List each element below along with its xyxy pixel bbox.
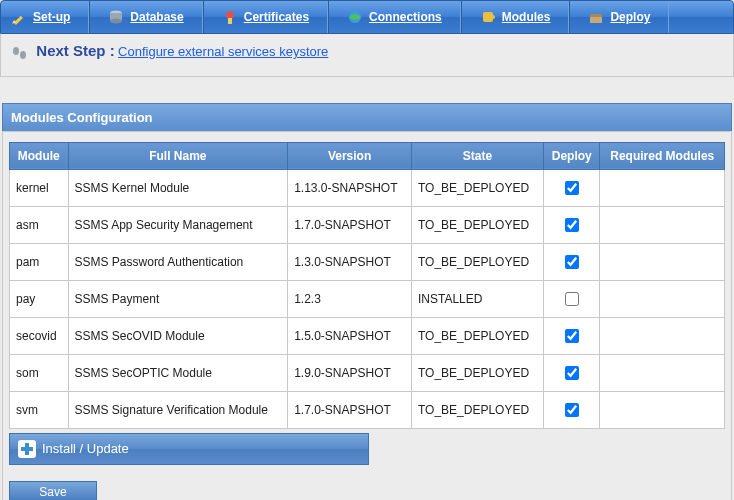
cell-version: 1.2.3 bbox=[288, 280, 412, 317]
cell-fullname: SSMS Kernel Module bbox=[68, 169, 288, 206]
cell-fullname: SSMS Payment bbox=[68, 280, 288, 317]
cell-required bbox=[600, 280, 725, 317]
install-update-button[interactable]: Install / Update bbox=[9, 433, 369, 465]
deploy-checkbox[interactable] bbox=[565, 403, 579, 417]
table-row: paySSMS Payment1.2.3INSTALLED bbox=[10, 280, 725, 317]
nav-modules-label: Modules bbox=[502, 10, 551, 24]
cell-deploy bbox=[544, 280, 600, 317]
cell-state: TO_BE_DEPLOYED bbox=[411, 354, 543, 391]
svg-point-13 bbox=[20, 51, 26, 59]
cell-version: 1.3.0-SNAPSHOT bbox=[288, 243, 412, 280]
nav-setup[interactable]: Set-up bbox=[1, 1, 89, 33]
table-row: pamSSMS Password Authentication1.3.0-SNA… bbox=[10, 243, 725, 280]
cell-fullname: SSMS SecOVID Module bbox=[68, 317, 288, 354]
table-row: somSSMS SecOPTIC Module1.9.0-SNAPSHOTTO_… bbox=[10, 354, 725, 391]
table-row: svmSSMS Signature Verification Module1.7… bbox=[10, 391, 725, 428]
certificate-icon bbox=[222, 9, 238, 25]
next-step-link[interactable]: Configure external services keystore bbox=[118, 44, 328, 59]
table-row: secovidSSMS SecOVID Module1.5.0-SNAPSHOT… bbox=[10, 317, 725, 354]
cell-required bbox=[600, 206, 725, 243]
svg-rect-15 bbox=[21, 447, 33, 451]
cell-fullname: SSMS Signature Verification Module bbox=[68, 391, 288, 428]
globe-icon bbox=[347, 9, 363, 25]
cell-deploy bbox=[544, 391, 600, 428]
cell-deploy bbox=[544, 169, 600, 206]
nav-connections[interactable]: Connections bbox=[328, 1, 461, 33]
cell-module: pam bbox=[10, 243, 69, 280]
nav-deploy-label: Deploy bbox=[610, 10, 650, 24]
svg-point-4 bbox=[110, 19, 122, 24]
cell-module: svm bbox=[10, 391, 69, 428]
panel-title: Modules Configuration bbox=[2, 103, 732, 131]
pencil-icon bbox=[11, 9, 27, 25]
cell-state: TO_BE_DEPLOYED bbox=[411, 206, 543, 243]
svg-rect-0 bbox=[14, 16, 23, 25]
deploy-checkbox[interactable] bbox=[565, 292, 579, 306]
cell-state: TO_BE_DEPLOYED bbox=[411, 317, 543, 354]
cell-module: som bbox=[10, 354, 69, 391]
next-step-bar: Next Step : Configure external services … bbox=[0, 34, 734, 77]
deploy-checkbox[interactable] bbox=[565, 329, 579, 343]
deploy-checkbox[interactable] bbox=[565, 366, 579, 380]
nav-connections-label: Connections bbox=[369, 10, 442, 24]
next-step-label: Next Step : bbox=[36, 42, 114, 59]
svg-rect-11 bbox=[590, 14, 602, 17]
col-required: Required Modules bbox=[600, 142, 725, 169]
cell-fullname: SSMS SecOPTIC Module bbox=[68, 354, 288, 391]
puzzle-icon bbox=[480, 9, 496, 25]
nav-database[interactable]: Database bbox=[89, 1, 202, 33]
svg-rect-6 bbox=[228, 18, 232, 24]
cell-version: 1.9.0-SNAPSHOT bbox=[288, 354, 412, 391]
save-button[interactable]: Save bbox=[9, 481, 97, 500]
cell-version: 1.13.0-SNAPSHOT bbox=[288, 169, 412, 206]
modules-panel: Modules Configuration Module Full Name V… bbox=[0, 103, 734, 500]
cell-required bbox=[600, 354, 725, 391]
svg-point-9 bbox=[491, 15, 495, 19]
nav-certificates[interactable]: Certificates bbox=[203, 1, 328, 33]
cell-state: TO_BE_DEPLOYED bbox=[411, 391, 543, 428]
deploy-checkbox[interactable] bbox=[565, 255, 579, 269]
install-update-label: Install / Update bbox=[42, 441, 129, 456]
cell-required bbox=[600, 391, 725, 428]
cell-module: asm bbox=[10, 206, 69, 243]
col-module: Module bbox=[10, 142, 69, 169]
cell-module: secovid bbox=[10, 317, 69, 354]
cell-state: TO_BE_DEPLOYED bbox=[411, 243, 543, 280]
col-state: State bbox=[411, 142, 543, 169]
nav-deploy[interactable]: Deploy bbox=[569, 1, 669, 33]
deploy-checkbox[interactable] bbox=[565, 218, 579, 232]
cell-module: pay bbox=[10, 280, 69, 317]
svg-point-5 bbox=[226, 11, 234, 19]
nav-setup-label: Set-up bbox=[33, 10, 70, 24]
modules-table: Module Full Name Version State Deploy Re… bbox=[9, 142, 725, 429]
cell-deploy bbox=[544, 243, 600, 280]
col-version: Version bbox=[288, 142, 412, 169]
footprints-icon bbox=[11, 44, 29, 62]
cell-deploy bbox=[544, 354, 600, 391]
cell-deploy bbox=[544, 206, 600, 243]
cell-required bbox=[600, 169, 725, 206]
cell-module: kernel bbox=[10, 169, 69, 206]
panel-body: Module Full Name Version State Deploy Re… bbox=[2, 131, 732, 500]
deploy-checkbox[interactable] bbox=[565, 181, 579, 195]
box-icon bbox=[588, 9, 604, 25]
cell-deploy bbox=[544, 317, 600, 354]
cell-state: INSTALLED bbox=[411, 280, 543, 317]
cell-fullname: SSMS App Security Management bbox=[68, 206, 288, 243]
nav-modules[interactable]: Modules bbox=[461, 1, 570, 33]
col-deploy: Deploy bbox=[544, 142, 600, 169]
nav-certificates-label: Certificates bbox=[244, 10, 309, 24]
cell-version: 1.5.0-SNAPSHOT bbox=[288, 317, 412, 354]
cell-version: 1.7.0-SNAPSHOT bbox=[288, 391, 412, 428]
col-fullname: Full Name bbox=[68, 142, 288, 169]
cell-version: 1.7.0-SNAPSHOT bbox=[288, 206, 412, 243]
cell-fullname: SSMS Password Authentication bbox=[68, 243, 288, 280]
cell-required bbox=[600, 317, 725, 354]
navbar: Set-up Database Certificates Connections… bbox=[0, 0, 734, 34]
plus-icon bbox=[18, 440, 36, 458]
svg-point-12 bbox=[13, 47, 19, 55]
table-row: kernelSSMS Kernel Module1.13.0-SNAPSHOTT… bbox=[10, 169, 725, 206]
database-icon bbox=[108, 9, 124, 25]
cell-required bbox=[600, 243, 725, 280]
table-row: asmSSMS App Security Management1.7.0-SNA… bbox=[10, 206, 725, 243]
